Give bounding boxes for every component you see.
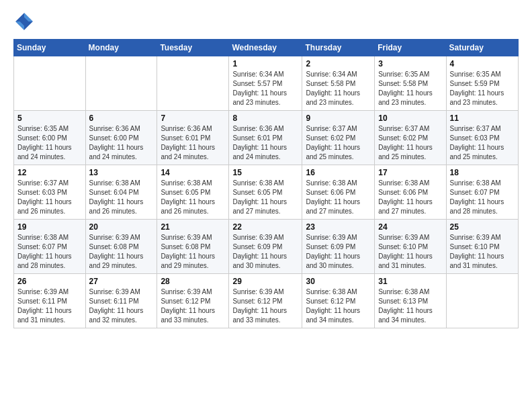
calendar-cell: 2Sunrise: 6:34 AM Sunset: 5:58 PM Daylig… [302,56,375,111]
day-info: Sunrise: 6:39 AM Sunset: 6:08 PM Dayligh… [161,233,225,271]
day-number: 24 [378,222,442,232]
day-info: Sunrise: 6:39 AM Sunset: 6:10 PM Dayligh… [450,233,515,271]
calendar-cell: 22Sunrise: 6:39 AM Sunset: 6:09 PM Dayli… [229,220,302,274]
day-number: 19 [17,222,82,232]
day-info: Sunrise: 6:38 AM Sunset: 6:04 PM Dayligh… [89,179,154,216]
logo-icon [13,11,35,32]
day-info: Sunrise: 6:39 AM Sunset: 6:09 PM Dayligh… [306,233,371,271]
day-number: 4 [450,59,515,68]
day-header-tuesday: Tuesday [157,40,229,56]
day-info: Sunrise: 6:37 AM Sunset: 6:03 PM Dayligh… [17,179,82,216]
calendar-cell: 8Sunrise: 6:36 AM Sunset: 6:01 PM Daylig… [229,111,302,165]
day-number: 20 [89,222,154,232]
day-info: Sunrise: 6:37 AM Sunset: 6:03 PM Dayligh… [450,124,515,162]
day-header-thursday: Thursday [302,40,375,56]
day-info: Sunrise: 6:37 AM Sunset: 6:02 PM Dayligh… [306,124,371,162]
logo [13,11,39,32]
calendar-cell: 30Sunrise: 6:38 AM Sunset: 6:12 PM Dayli… [302,274,375,328]
calendar-cell: 18Sunrise: 6:38 AM Sunset: 6:07 PM Dayli… [446,165,518,220]
day-number: 22 [232,222,298,232]
calendar-cell: 20Sunrise: 6:39 AM Sunset: 6:08 PM Dayli… [85,220,157,274]
day-info: Sunrise: 6:39 AM Sunset: 6:12 PM Dayligh… [161,287,225,325]
day-number: 21 [161,222,225,232]
day-number: 13 [89,168,154,177]
calendar-cell: 28Sunrise: 6:39 AM Sunset: 6:12 PM Dayli… [157,274,229,328]
day-number: 28 [161,277,225,286]
calendar-cell: 14Sunrise: 6:38 AM Sunset: 6:05 PM Dayli… [157,165,229,220]
day-header-wednesday: Wednesday [229,40,302,56]
calendar-cell: 27Sunrise: 6:39 AM Sunset: 6:11 PM Dayli… [85,274,157,328]
day-info: Sunrise: 6:35 AM Sunset: 5:59 PM Dayligh… [450,70,515,107]
day-info: Sunrise: 6:36 AM Sunset: 6:00 PM Dayligh… [89,124,154,162]
calendar-cell: 13Sunrise: 6:38 AM Sunset: 6:04 PM Dayli… [85,165,157,220]
day-number: 17 [378,168,442,177]
calendar-cell: 10Sunrise: 6:37 AM Sunset: 6:02 PM Dayli… [375,111,446,165]
day-number: 14 [161,168,225,177]
day-info: Sunrise: 6:35 AM Sunset: 5:58 PM Dayligh… [378,70,442,107]
calendar-cell: 9Sunrise: 6:37 AM Sunset: 6:02 PM Daylig… [302,111,375,165]
calendar-cell: 3Sunrise: 6:35 AM Sunset: 5:58 PM Daylig… [375,56,446,111]
day-number: 2 [306,59,371,68]
calendar-cell: 15Sunrise: 6:38 AM Sunset: 6:05 PM Dayli… [229,165,302,220]
day-header-sunday: Sunday [14,40,86,56]
calendar-table: SundayMondayTuesdayWednesdayThursdayFrid… [13,39,519,328]
day-number: 8 [232,113,298,123]
day-header-saturday: Saturday [446,40,518,56]
day-number: 15 [232,168,298,177]
calendar-cell: 23Sunrise: 6:39 AM Sunset: 6:09 PM Dayli… [302,220,375,274]
day-info: Sunrise: 6:39 AM Sunset: 6:11 PM Dayligh… [17,287,82,325]
day-info: Sunrise: 6:38 AM Sunset: 6:07 PM Dayligh… [17,233,82,271]
calendar-week-row: 12Sunrise: 6:37 AM Sunset: 6:03 PM Dayli… [14,165,519,220]
calendar-cell: 6Sunrise: 6:36 AM Sunset: 6:00 PM Daylig… [85,111,157,165]
day-info: Sunrise: 6:36 AM Sunset: 6:01 PM Dayligh… [161,124,225,162]
day-info: Sunrise: 6:38 AM Sunset: 6:05 PM Dayligh… [161,179,225,216]
day-info: Sunrise: 6:34 AM Sunset: 5:58 PM Dayligh… [306,70,371,107]
calendar-cell: 5Sunrise: 6:35 AM Sunset: 6:00 PM Daylig… [14,111,86,165]
calendar-cell: 1Sunrise: 6:34 AM Sunset: 5:57 PM Daylig… [229,56,302,111]
calendar-cell: 12Sunrise: 6:37 AM Sunset: 6:03 PM Dayli… [14,165,86,220]
calendar-cell: 17Sunrise: 6:38 AM Sunset: 6:06 PM Dayli… [375,165,446,220]
day-number: 11 [450,113,515,123]
day-info: Sunrise: 6:35 AM Sunset: 6:00 PM Dayligh… [17,124,82,162]
day-number: 3 [378,59,442,68]
day-number: 12 [17,168,82,177]
day-number: 1 [232,59,298,68]
calendar-cell: 25Sunrise: 6:39 AM Sunset: 6:10 PM Dayli… [446,220,518,274]
day-number: 23 [306,222,371,232]
day-number: 10 [378,113,442,123]
day-header-monday: Monday [85,40,157,56]
calendar-cell: 19Sunrise: 6:38 AM Sunset: 6:07 PM Dayli… [14,220,86,274]
day-number: 26 [17,277,82,286]
day-number: 5 [17,113,82,123]
calendar-cell: 4Sunrise: 6:35 AM Sunset: 5:59 PM Daylig… [446,56,518,111]
day-info: Sunrise: 6:38 AM Sunset: 6:06 PM Dayligh… [306,179,371,216]
calendar-cell [85,56,157,111]
calendar-cell: 31Sunrise: 6:38 AM Sunset: 6:13 PM Dayli… [375,274,446,328]
day-number: 16 [306,168,371,177]
day-info: Sunrise: 6:37 AM Sunset: 6:02 PM Dayligh… [378,124,442,162]
day-info: Sunrise: 6:38 AM Sunset: 6:05 PM Dayligh… [232,179,298,216]
calendar-week-row: 19Sunrise: 6:38 AM Sunset: 6:07 PM Dayli… [14,220,519,274]
day-info: Sunrise: 6:38 AM Sunset: 6:12 PM Dayligh… [306,287,371,325]
day-number: 18 [450,168,515,177]
day-number: 9 [306,113,371,123]
day-info: Sunrise: 6:39 AM Sunset: 6:12 PM Dayligh… [232,287,298,325]
day-number: 30 [306,277,371,286]
calendar-week-row: 26Sunrise: 6:39 AM Sunset: 6:11 PM Dayli… [14,274,519,328]
calendar-header-row: SundayMondayTuesdayWednesdayThursdayFrid… [14,40,519,56]
day-info: Sunrise: 6:36 AM Sunset: 6:01 PM Dayligh… [232,124,298,162]
day-number: 29 [232,277,298,286]
calendar-cell: 7Sunrise: 6:36 AM Sunset: 6:01 PM Daylig… [157,111,229,165]
calendar-cell: 26Sunrise: 6:39 AM Sunset: 6:11 PM Dayli… [14,274,86,328]
day-info: Sunrise: 6:38 AM Sunset: 6:07 PM Dayligh… [450,179,515,216]
day-info: Sunrise: 6:39 AM Sunset: 6:08 PM Dayligh… [89,233,154,271]
calendar-cell: 16Sunrise: 6:38 AM Sunset: 6:06 PM Dayli… [302,165,375,220]
page: SundayMondayTuesdayWednesdayThursdayFrid… [0,0,532,339]
day-info: Sunrise: 6:38 AM Sunset: 6:06 PM Dayligh… [378,179,442,216]
day-info: Sunrise: 6:39 AM Sunset: 6:10 PM Dayligh… [378,233,442,271]
day-number: 6 [89,113,154,123]
header [13,11,519,32]
day-number: 31 [378,277,442,286]
calendar-cell [157,56,229,111]
day-header-friday: Friday [375,40,446,56]
